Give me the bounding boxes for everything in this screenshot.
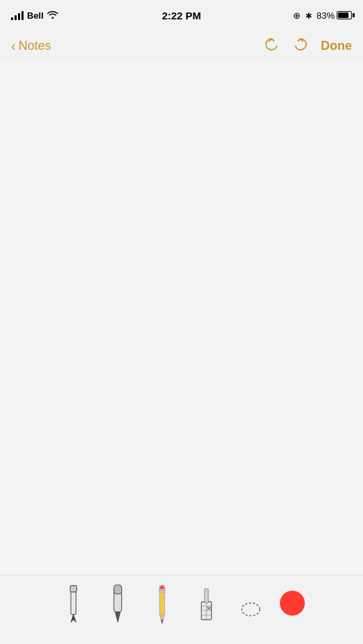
svg-point-16 — [242, 602, 260, 616]
svg-rect-15 — [204, 589, 209, 602]
carrier-label: Bell — [27, 10, 44, 21]
bluetooth-icon: ∗ — [305, 10, 312, 21]
status-bar: Bell 2:22 PM ⊕ ∗ 83% — [0, 0, 363, 30]
battery-icon — [337, 11, 352, 19]
svg-rect-1 — [70, 585, 76, 591]
back-label: Notes — [19, 39, 51, 53]
battery-container: 83% — [317, 10, 352, 21]
battery-percent-label: 83% — [317, 10, 335, 21]
status-right: ⊕ ∗ 83% — [293, 10, 352, 21]
record-button[interactable] — [280, 591, 305, 616]
svg-rect-6 — [159, 591, 165, 593]
status-left: Bell — [11, 10, 58, 21]
redo-button[interactable] — [292, 35, 310, 56]
back-button[interactable]: ‹ Notes — [11, 39, 51, 53]
nav-right-controls: Done — [263, 35, 352, 56]
undo-button[interactable] — [263, 35, 281, 56]
eraser-tool-button[interactable] — [191, 579, 222, 627]
done-button[interactable]: Done — [321, 39, 352, 53]
wifi-icon — [47, 10, 58, 21]
svg-rect-3 — [114, 584, 121, 593]
pen-tool-button[interactable] — [58, 579, 89, 627]
nav-bar: ‹ Notes Done — [0, 30, 363, 61]
drawing-toolbar — [0, 575, 363, 644]
status-time: 2:22 PM — [162, 10, 202, 21]
drawing-canvas[interactable] — [0, 61, 363, 575]
marker-tool-button[interactable] — [103, 579, 133, 627]
lasso-tool-button[interactable] — [236, 579, 266, 627]
chevron-left-icon: ‹ — [11, 39, 16, 53]
location-icon: ⊕ — [293, 10, 301, 21]
pencil-tool-button[interactable] — [147, 579, 177, 627]
signal-bars-icon — [11, 11, 24, 20]
